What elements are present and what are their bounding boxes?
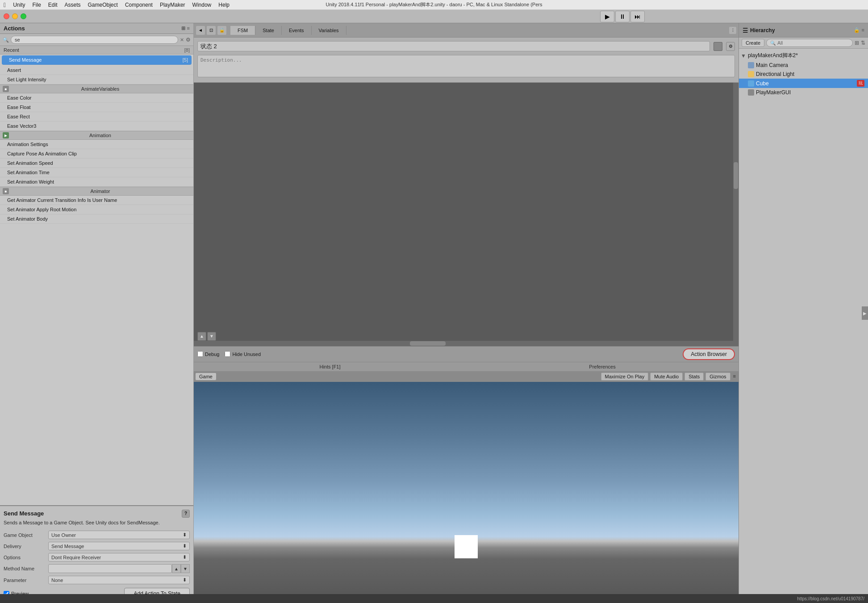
game-view-menu-icon[interactable]: ≡ (732, 373, 737, 381)
form-label-delivery: Delivery (4, 544, 48, 549)
search-input[interactable] (11, 36, 178, 44)
menu-help[interactable]: Help (218, 2, 230, 8)
detail-help-button[interactable]: ? (182, 510, 190, 518)
action-label-set-anim-time: Set Animation Time (7, 170, 50, 175)
hierarchy-toolbar: Create 🔍 All ⊞ ⇅ (739, 38, 868, 49)
state-color-box[interactable] (714, 42, 722, 51)
detail-panel: Send Message ? Sends a Message to a Game… (0, 505, 193, 603)
fsm-canvas[interactable]: ▲ ▼ (194, 83, 739, 346)
form-select-delivery[interactable]: Send Message ⬍ (48, 542, 190, 550)
action-item-send-message[interactable]: Send Message [5] (2, 55, 192, 65)
tab-fsm[interactable]: FSM (230, 26, 255, 35)
action-item-ease-float[interactable]: Ease Float (0, 103, 193, 112)
action-item-animation-settings[interactable]: Animation Settings (0, 140, 193, 149)
hide-unused-check-label: Hide Unused (225, 351, 261, 357)
menu-playmaker[interactable]: PlayMaker (160, 2, 185, 8)
panel-expand-icon[interactable]: ⊞ (181, 25, 185, 31)
menu-file[interactable]: File (32, 2, 41, 8)
hierarchy-menu-icon[interactable]: ≡ (862, 27, 864, 33)
state-name-input[interactable] (197, 41, 710, 51)
form-select-parameter[interactable]: None ⬍ (48, 576, 190, 584)
pause-button[interactable]: ⏸ (615, 11, 630, 22)
tab-hints[interactable]: Hints [F1] (194, 362, 466, 371)
maximize-button[interactable] (21, 13, 26, 19)
action-label-capture-pose: Capture Pose As Animation Clip (7, 151, 77, 156)
tab-state[interactable]: State (255, 26, 282, 35)
animate-variables-icon: ■ (3, 86, 9, 92)
hierarchy-item-main-camera[interactable]: Main Camera (739, 61, 868, 70)
state-settings-button[interactable]: ⚙ (726, 42, 735, 51)
fsm-scroll-thumb[interactable] (734, 162, 738, 189)
form-row-parameter: Parameter None ⬍ (4, 576, 190, 584)
action-label-get-animator: Get Animator Current Transition Info Is … (7, 197, 117, 203)
hierarchy-lock-icon[interactable]: 🔒 (854, 27, 860, 33)
menu-edit[interactable]: Edit (48, 2, 58, 8)
search-clear-icon[interactable]: ✕ (180, 37, 184, 43)
description-input[interactable] (197, 55, 735, 77)
stats-button[interactable]: Stats (684, 373, 704, 381)
hierarchy-item-playmaker-gui[interactable]: PlayMakerGUI (739, 88, 868, 97)
minimize-button[interactable] (12, 13, 18, 19)
chevron-down-icon-options: ⬍ (183, 554, 187, 560)
stepper-up-method[interactable]: ▲ (172, 564, 181, 573)
maximize-on-play-button[interactable]: Maximize On Play (601, 373, 649, 381)
game-view: Game Maximize On Play Mute Audio Stats G… (194, 371, 739, 603)
fsm-scrollbar[interactable] (733, 83, 739, 346)
hierarchy-item-cube[interactable]: Cube 玩 (739, 79, 868, 88)
hierarchy-root[interactable]: ▼ playMakerAnd脚本2* (739, 50, 868, 61)
action-item-get-animator[interactable]: Get Animator Current Transition Info Is … (0, 196, 193, 205)
debug-checkbox[interactable] (197, 351, 203, 357)
action-item-set-anim-speed[interactable]: Set Animation Speed (0, 159, 193, 168)
hide-unused-label: Hide Unused (232, 352, 261, 357)
fsm-zoom-out-button[interactable]: ▼ (207, 332, 216, 341)
fsm-hscroll-thumb[interactable] (410, 341, 446, 346)
create-button[interactable]: Create (742, 39, 764, 47)
action-item-ease-color[interactable]: Ease Color (0, 93, 193, 103)
tab-variables[interactable]: Variables (312, 26, 346, 35)
fsm-hscrollbar[interactable] (194, 341, 733, 346)
side-expand-arrow[interactable]: ▶ (862, 306, 868, 320)
action-browser-button[interactable]: Action Browser (683, 348, 735, 360)
close-button[interactable] (4, 13, 9, 19)
action-item-set-animator-root[interactable]: Set Animator Apply Root Motion (0, 205, 193, 214)
fsm-nav-home[interactable]: ⊡ (206, 25, 216, 35)
mute-audio-button[interactable]: Mute Audio (650, 373, 683, 381)
hierarchy-item-directional-light[interactable]: Directional Light (739, 70, 868, 79)
hierarchy-sort-icon[interactable]: ⇅ (861, 40, 865, 46)
tab-events[interactable]: Events (282, 26, 312, 35)
play-button[interactable]: ▶ (600, 11, 614, 22)
form-input-method-name[interactable] (48, 564, 172, 573)
action-item-capture-pose[interactable]: Capture Pose As Animation Clip (0, 149, 193, 159)
form-value-options: Dont Require Receiver (51, 555, 101, 560)
action-item-ease-rect[interactable]: Ease Rect (0, 112, 193, 121)
hierarchy-view-icon[interactable]: ⊞ (855, 40, 859, 46)
fsm-nav-lock[interactable]: 🔒 (217, 25, 227, 35)
menu-component[interactable]: Component (125, 2, 153, 8)
action-item-set-light[interactable]: Set Light Intensity (0, 75, 193, 84)
step-button[interactable]: ⏭ (630, 11, 645, 22)
window-titlebar: ▶ ⏸ ⏭ (0, 10, 868, 23)
action-item-ease-vector3[interactable]: Ease Vector3 (0, 121, 193, 131)
game-view-tab[interactable]: Game (196, 373, 216, 380)
fsm-tabs: FSM State Events Variables (230, 26, 346, 35)
action-item-set-animator-body[interactable]: Set Animator Body (0, 214, 193, 224)
menu-unity[interactable]: Unity (13, 2, 25, 8)
gizmos-button[interactable]: Gizmos (705, 373, 730, 381)
form-select-options[interactable]: Dont Require Receiver ⬍ (48, 553, 190, 561)
fsm-zoom-in-button[interactable]: ▲ (197, 332, 206, 341)
fsm-settings-icon[interactable]: ⋮ (729, 26, 737, 34)
panel-menu-icon[interactable]: ≡ (187, 25, 190, 31)
hide-unused-checkbox[interactable] (225, 351, 230, 357)
action-item-assert[interactable]: Assert (0, 66, 193, 75)
fsm-nav-back[interactable]: ◄ (196, 25, 205, 35)
action-item-set-anim-time[interactable]: Set Animation Time (0, 168, 193, 177)
animation-label: Animation (11, 133, 190, 138)
menu-window[interactable]: Window (192, 2, 212, 8)
form-select-game-object[interactable]: Use Owner ⬍ (48, 531, 190, 539)
tab-preferences[interactable]: Preferences (466, 362, 739, 371)
menu-gameobject[interactable]: GameObject (88, 2, 118, 8)
menu-assets[interactable]: Assets (65, 2, 81, 8)
settings-icon[interactable]: ⚙ (186, 37, 191, 43)
action-item-set-anim-weight[interactable]: Set Animation Weight (0, 177, 193, 187)
stepper-down-method[interactable]: ▼ (181, 564, 190, 573)
